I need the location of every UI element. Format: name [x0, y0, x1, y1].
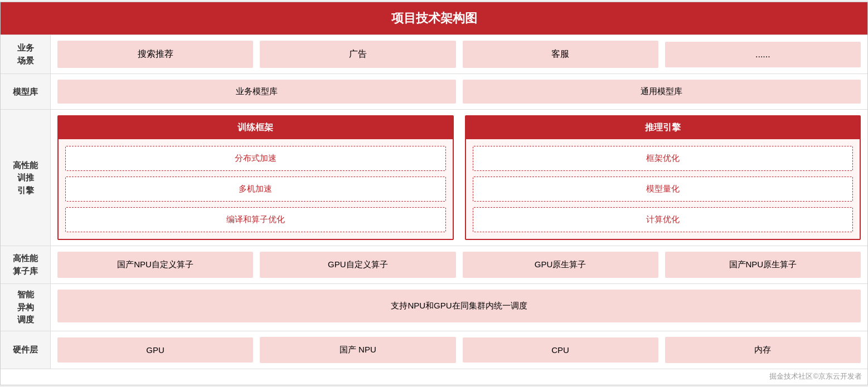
- biz-item-2: 客服: [463, 41, 658, 68]
- content-model: 业务模型库 通用模型库: [51, 74, 867, 110]
- infer-sub-2: 计算优化: [473, 207, 854, 232]
- title-bar: 项目技术架构图: [1, 2, 867, 35]
- engine-row: 训练框架 分布式加速 多机加速 编译和算子优化 推理引擎 框架优化 模型量化 计…: [57, 115, 861, 240]
- train-sub-1: 多机加速: [65, 177, 446, 202]
- watermark: 掘金技术社区©京东云开发者: [1, 369, 867, 385]
- compute-item-3: 国产NPU原生算子: [665, 252, 861, 278]
- main-grid: 业务场景 搜索推荐 广告 客服 ...... 模型库 业务模型库 通用模型库 高…: [1, 35, 867, 369]
- content-hw: GPU 国产 NPU CPU 内存: [51, 331, 867, 369]
- engine-block-infer: 推理引擎 框架优化 模型量化 计算优化: [465, 115, 861, 240]
- hw-item-3: 内存: [665, 337, 861, 363]
- label-compute: 高性能算子库: [1, 246, 51, 284]
- engine-block-train: 训练框架 分布式加速 多机加速 编译和算子优化: [57, 115, 454, 240]
- diagram: 项目技术架构图 业务场景 搜索推荐 广告 客服 ...... 模型库 业务模型库…: [0, 2, 868, 385]
- compute-item-1: GPU自定义算子: [260, 252, 455, 278]
- compute-item-2: GPU原生算子: [463, 252, 658, 278]
- infer-sub-0: 框架优化: [473, 146, 854, 171]
- biz-item-0: 搜索推荐: [57, 41, 253, 68]
- engine-body-infer: 框架优化 模型量化 计算优化: [466, 139, 860, 239]
- biz-row: 搜索推荐 广告 客服 ......: [57, 41, 861, 68]
- content-biz: 搜索推荐 广告 客服 ......: [51, 35, 867, 74]
- train-sub-2: 编译和算子优化: [65, 207, 446, 232]
- hw-row: GPU 国产 NPU CPU 内存: [57, 337, 861, 363]
- compute-row: 国产NPU自定义算子 GPU自定义算子 GPU原生算子 国产NPU原生算子: [57, 252, 861, 278]
- label-hw: 硬件层: [1, 331, 51, 369]
- label-model: 模型库: [1, 74, 51, 110]
- content-engine: 训练框架 分布式加速 多机加速 编译和算子优化 推理引擎 框架优化 模型量化 计…: [51, 110, 867, 246]
- schedule-item-0: 支持NPU和GPU在同集群内统一调度: [57, 290, 861, 322]
- engine-header-infer: 推理引擎: [466, 116, 860, 139]
- biz-item-1: 广告: [260, 41, 455, 68]
- label-schedule: 智能异构调度: [1, 284, 51, 331]
- hw-item-1: 国产 NPU: [260, 337, 455, 363]
- train-sub-0: 分布式加速: [65, 146, 446, 171]
- compute-item-0: 国产NPU自定义算子: [57, 252, 253, 278]
- label-engine: 高性能训推引擎: [1, 110, 51, 246]
- content-schedule: 支持NPU和GPU在同集群内统一调度: [51, 284, 867, 331]
- model-item-1: 通用模型库: [463, 80, 861, 104]
- hw-item-0: GPU: [57, 337, 253, 362]
- biz-item-3: ......: [665, 42, 861, 67]
- content-compute: 国产NPU自定义算子 GPU自定义算子 GPU原生算子 国产NPU原生算子: [51, 246, 867, 284]
- engine-header-train: 训练框架: [59, 116, 453, 139]
- label-biz: 业务场景: [1, 35, 51, 74]
- infer-sub-1: 模型量化: [473, 177, 854, 202]
- model-row: 业务模型库 通用模型库: [57, 80, 861, 104]
- hw-item-2: CPU: [463, 337, 658, 362]
- schedule-row: 支持NPU和GPU在同集群内统一调度: [57, 290, 861, 322]
- main-title: 项目技术架构图: [391, 11, 477, 25]
- engine-body-train: 分布式加速 多机加速 编译和算子优化: [59, 139, 453, 239]
- model-item-0: 业务模型库: [57, 80, 456, 104]
